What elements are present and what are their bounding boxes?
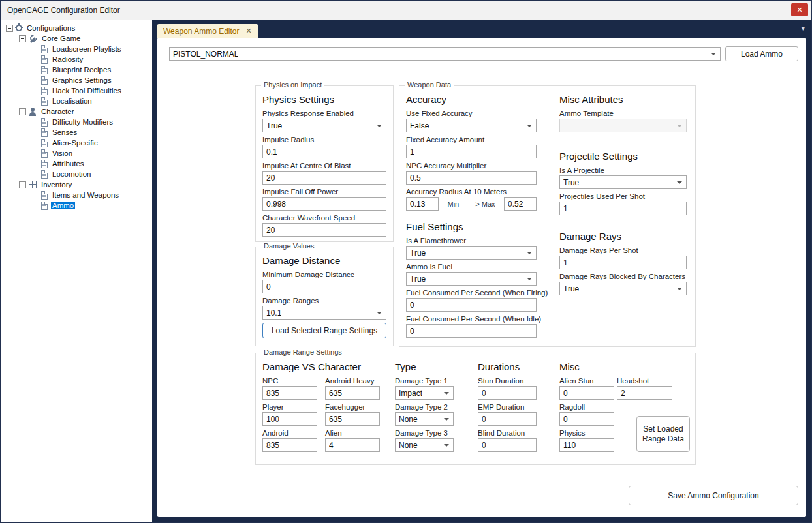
dropdown-arrow-icon — [377, 125, 382, 127]
collapse-icon[interactable] — [19, 181, 26, 188]
wavefront-speed-input[interactable] — [262, 223, 386, 237]
dropdown-arrow-icon — [444, 418, 449, 421]
fixed-accuracy-amount-input[interactable] — [406, 145, 537, 158]
android-heavy-damage-input[interactable] — [325, 386, 380, 400]
facehugger-damage-input[interactable] — [325, 412, 380, 426]
dropdown-arrow-icon — [527, 278, 532, 280]
tree-item-hack-tool-difficulties[interactable]: Hack Tool Difficulties — [1, 85, 152, 96]
android-damage-input[interactable] — [262, 438, 317, 452]
chevron-down-icon[interactable]: ▾ — [801, 24, 805, 33]
durations-heading: Durations — [478, 361, 537, 372]
ammo-is-fuel-select[interactable]: True — [406, 272, 537, 286]
tree-item-difficulty-modifiers[interactable]: Difficulty Modifiers — [1, 117, 152, 127]
window-close-button[interactable]: ✕ — [791, 3, 808, 16]
tree-item-label: Vision — [51, 149, 74, 157]
headshot-input[interactable] — [617, 386, 672, 400]
physics-response-select[interactable]: True — [262, 119, 386, 132]
accuracy-radius-max-input[interactable] — [504, 197, 537, 211]
field-label: Fuel Consumed Per Second (When Idle) — [406, 315, 537, 323]
load-range-settings-button[interactable]: Load Selected Range Settings — [262, 323, 386, 338]
fuel-per-second-firing-input[interactable] — [406, 298, 537, 312]
impulse-radius-input[interactable] — [262, 145, 386, 158]
tree-item-blueprint-recipes[interactable]: Blueprint Recipes — [1, 65, 152, 75]
dropdown-arrow-icon — [677, 288, 682, 290]
is-flamethrower-select[interactable]: True — [406, 246, 537, 260]
misc-attributes-heading: Misc Attributes — [559, 94, 687, 105]
tree-item-label: Alien-Specific — [51, 139, 99, 147]
tree-item-label: Graphics Settings — [51, 76, 113, 84]
save-ammo-configuration-button[interactable]: Save Ammo Configuration — [629, 486, 798, 505]
fuel-settings-heading: Fuel Settings — [406, 221, 537, 232]
tree-item-character[interactable]: Character — [1, 106, 152, 117]
fuel-per-second-idle-input[interactable] — [406, 324, 537, 338]
document-icon — [41, 128, 48, 137]
dock-area: Weapon Ammo Editor ✕ ▾ PISTOL_NORMAL Loa… — [152, 20, 811, 522]
tree-item-label: Senses — [51, 128, 78, 136]
field-label: Fuel Consumed Per Second (When Firing) — [406, 289, 537, 297]
damage-range-settings-group: Damage Range Settings Damage VS Characte… — [255, 353, 696, 465]
collapse-icon[interactable] — [6, 25, 13, 32]
dropdown-arrow-icon — [527, 252, 532, 254]
npc-damage-input[interactable] — [262, 386, 317, 400]
blind-duration-input[interactable] — [478, 438, 537, 452]
rays-blocked-select[interactable]: True — [559, 282, 687, 295]
set-loaded-range-data-button[interactable]: Set Loaded Range Data — [636, 416, 690, 452]
tree-item-radiosity[interactable]: Radiosity — [1, 54, 152, 65]
tree-item-attributes[interactable]: Attributes — [1, 158, 152, 169]
damage-type-2-select[interactable]: None — [395, 412, 454, 426]
tree-item-alien-specific[interactable]: Alien-Specific — [1, 138, 152, 148]
tree-item-ammo[interactable]: Ammo — [1, 200, 152, 211]
tree-item-vision[interactable]: Vision — [1, 148, 152, 158]
tree-item-graphics-settings[interactable]: Graphics Settings — [1, 75, 152, 85]
accuracy-fuel-column: Accuracy Use Fixed Accuracy False Fixed … — [406, 94, 537, 341]
tree-item-locomotion[interactable]: Locomotion — [1, 169, 152, 179]
stun-duration-input[interactable] — [478, 386, 537, 400]
ragdoll-input[interactable] — [559, 412, 614, 426]
npc-accuracy-multiplier-input[interactable] — [406, 171, 537, 185]
tree-item-inventory[interactable]: Inventory — [1, 179, 152, 190]
load-ammo-button[interactable]: Load Ammo — [725, 46, 798, 61]
tree-item-label: Ammo — [51, 202, 75, 209]
emp-duration-input[interactable] — [478, 412, 537, 426]
damage-type-1-select[interactable]: Impact — [395, 386, 454, 400]
document-icon — [41, 97, 48, 106]
alien-damage-input[interactable] — [325, 438, 380, 452]
accuracy-heading: Accuracy — [406, 94, 537, 105]
accuracy-radius-min-input[interactable] — [406, 197, 439, 211]
tree-item-localisation[interactable]: Localisation — [1, 96, 152, 106]
damage-rays-per-shot-input[interactable] — [559, 256, 687, 269]
ammo-select-value: PISTOL_NORMAL — [173, 50, 238, 59]
tree-item-core-game[interactable]: Core Game — [1, 33, 152, 44]
player-damage-input[interactable] — [262, 412, 317, 426]
collapse-icon[interactable] — [19, 108, 26, 115]
tree-item-senses[interactable]: Senses — [1, 127, 152, 138]
tab-weapon-ammo-editor[interactable]: Weapon Ammo Editor ✕ — [157, 24, 258, 38]
document-icon — [41, 55, 48, 64]
field-label: NPC Accuracy Multiplier — [406, 162, 537, 170]
tree-item-loadscreen-playlists[interactable]: Loadscreen Playlists — [1, 44, 152, 54]
physics-input[interactable] — [559, 438, 614, 452]
is-projectile-select[interactable]: True — [559, 175, 687, 189]
projectiles-per-shot-input[interactable] — [559, 202, 687, 215]
ammo-select[interactable]: PISTOL_NORMAL — [169, 47, 721, 61]
collapse-icon[interactable] — [19, 35, 26, 42]
use-fixed-accuracy-select[interactable]: False — [406, 119, 537, 132]
tab-close-icon[interactable]: ✕ — [246, 27, 252, 35]
damage-type-3-select[interactable]: None — [395, 438, 454, 452]
gear-icon — [16, 25, 22, 31]
tree-item-items-and-weapons[interactable]: Items and Weapons — [1, 190, 152, 200]
tree-item-configurations[interactable]: Configurations — [1, 23, 152, 33]
damage-ranges-select[interactable]: 10.1 — [262, 306, 386, 320]
impulse-centre-blast-input[interactable] — [262, 171, 386, 185]
document-icon — [41, 149, 48, 158]
alien-stun-input[interactable] — [559, 386, 614, 400]
impulse-falloff-input[interactable] — [262, 197, 386, 211]
field-label: Damage Ranges — [262, 297, 386, 305]
misc-projectile-column: Misc Attributes Ammo Template Projectile… — [559, 94, 687, 299]
tree-item-label: Radiosity — [51, 55, 84, 63]
field-label: Impulse Fall Off Power — [262, 188, 386, 196]
physics-on-impact-group: Physics on Impact Physics Settings Physi… — [255, 85, 394, 242]
min-damage-distance-input[interactable] — [262, 280, 386, 293]
person-icon — [29, 108, 37, 116]
headshot-field: Headshot — [617, 377, 672, 400]
